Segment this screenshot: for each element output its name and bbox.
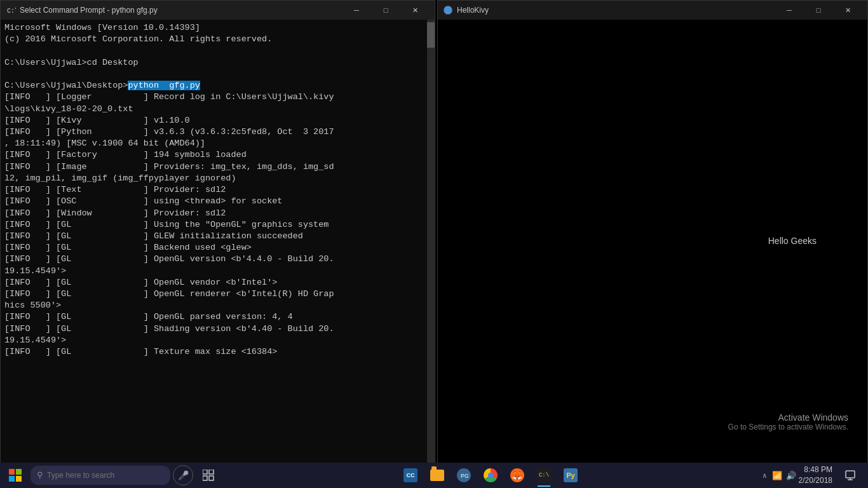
task-view-icon [203, 470, 214, 481]
chrome-icon [484, 468, 498, 482]
hello-geeks-label: Hello Geeks [768, 236, 817, 246]
kivy-minimize-button[interactable]: ─ [775, 1, 804, 20]
svg-rect-5 [203, 476, 207, 480]
cc-icon: CC [403, 468, 417, 482]
kivy-maximize-button[interactable]: □ [804, 1, 833, 20]
folder-icon [430, 470, 444, 481]
cmd-scrollbar-thumb[interactable] [427, 22, 435, 48]
kivy-close-button[interactable]: ✕ [833, 1, 862, 20]
systray-icons: 📶 🔊 [772, 471, 796, 480]
activate-windows-notice: Activate Windows Go to Settings to activ… [728, 412, 848, 431]
microphone-icon: 🎤 [173, 465, 193, 485]
taskbar-app-cc[interactable]: CC [398, 463, 423, 488]
desktop: C:\ Select Command Prompt - python gfg.p… [0, 0, 868, 463]
firefox-icon: 🦊 [510, 468, 524, 482]
cmd-titlebar: C:\ Select Command Prompt - python gfg.p… [1, 1, 435, 20]
cmd-close-button[interactable]: ✕ [400, 1, 430, 20]
search-input[interactable] [47, 471, 149, 480]
svg-text:C:\: C:\ [7, 8, 16, 15]
taskbar-app-folder[interactable] [424, 463, 450, 488]
task-view-button[interactable] [196, 463, 221, 488]
cmd-window-icon: C:\ [6, 5, 16, 15]
taskbar-app-firefox[interactable]: 🦊 [505, 463, 530, 488]
kivy-titlebar: HelloKivy ─ □ ✕ [438, 1, 867, 20]
activate-windows-subtitle: Go to Settings to activate Windows. [728, 423, 848, 431]
kivy-title: HelloKivy [457, 6, 775, 15]
taskbar-app-cmd[interactable]: C:\ [531, 463, 557, 488]
taskbar-app-chrome[interactable] [478, 463, 503, 488]
cmd-maximize-button[interactable]: □ [371, 1, 400, 20]
taskbar-app-pg[interactable]: PG [451, 463, 477, 488]
network-icon[interactable]: 📶 [772, 471, 782, 480]
cmd-window-controls: ─ □ ✕ [342, 1, 430, 20]
activate-windows-title: Activate Windows [728, 412, 848, 423]
start-button[interactable] [3, 463, 28, 488]
cortana-button[interactable]: 🎤 [170, 463, 196, 488]
cmd-scrollbar[interactable] [427, 20, 435, 463]
cmd-icon: C:\ [537, 468, 551, 482]
clock-time: 8:48 PM [799, 464, 832, 475]
kivy-window-icon [443, 5, 453, 15]
svg-text:PG: PG [461, 473, 468, 479]
cmd-window: C:\ Select Command Prompt - python gfg.p… [0, 0, 435, 463]
notification-icon [845, 470, 855, 480]
kivy-content-area: Hello Geeks Activate Windows Go to Setti… [438, 20, 867, 463]
taskbar-pinned-apps: CC PG 🦊 C:\ P [221, 463, 760, 488]
svg-point-2 [444, 6, 452, 15]
svg-rect-6 [209, 476, 214, 480]
search-icon: ⚲ [37, 470, 43, 480]
svg-rect-4 [209, 470, 214, 474]
kivy-window: HelloKivy ─ □ ✕ Hello Geeks Activate Win… [437, 0, 868, 463]
taskbar-search-box[interactable]: ⚲ [31, 466, 170, 485]
svg-rect-3 [203, 470, 207, 474]
pg-icon: PG [457, 468, 471, 482]
cmd-title: Select Command Prompt - python gfg.py [20, 6, 342, 15]
windows-logo-icon [9, 469, 22, 482]
cmd-content-area[interactable]: Microsoft Windows [Version 10.0.14393] (… [1, 20, 435, 463]
cmd-minimize-button[interactable]: ─ [342, 1, 371, 20]
python-icon: Py [564, 468, 578, 482]
cmd-output: Microsoft Windows [Version 10.0.14393] (… [4, 22, 432, 358]
cmd-highlighted-command: python gfg.py [128, 81, 200, 90]
taskbar-clock[interactable]: 8:48 PM 2/20/2018 [799, 464, 832, 486]
kivy-window-controls: ─ □ ✕ [775, 1, 862, 20]
taskbar: ⚲ 🎤 CC PG [0, 463, 868, 488]
notification-center-button[interactable] [840, 463, 860, 488]
taskbar-right-area: ∧ 📶 🔊 8:48 PM 2/20/2018 [760, 463, 865, 488]
svg-rect-8 [846, 471, 855, 478]
clock-date: 2/20/2018 [799, 475, 832, 486]
volume-icon[interactable]: 🔊 [786, 471, 796, 480]
taskbar-app-python[interactable]: Py [558, 463, 583, 488]
systray-expand-button[interactable]: ∧ [760, 470, 770, 481]
